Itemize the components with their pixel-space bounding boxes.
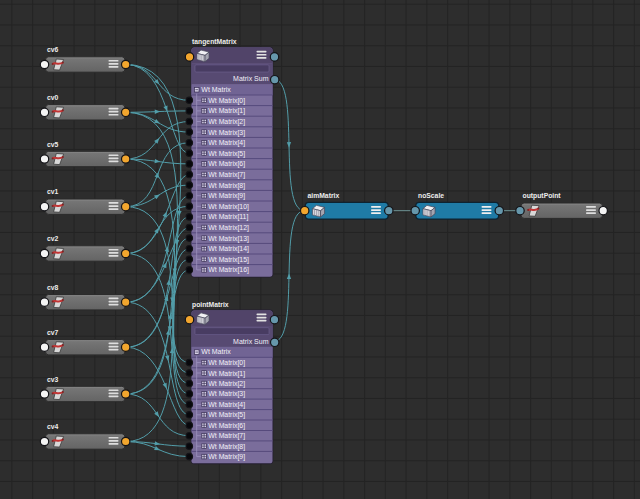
- svg-text:Wt Matrix[11]: Wt Matrix[11]: [208, 213, 248, 221]
- svg-text:Wt Matrix[1]: Wt Matrix[1]: [208, 370, 245, 378]
- svg-text:Wt Matrix[0]: Wt Matrix[0]: [208, 97, 245, 105]
- svg-text:Wt Matrix[2]: Wt Matrix[2]: [208, 118, 245, 126]
- svg-text:Matrix Sum: Matrix Sum: [233, 75, 269, 82]
- svg-text:aimMatrix: aimMatrix: [308, 192, 340, 199]
- svg-text:cv8: cv8: [47, 284, 59, 291]
- svg-text:Wt Matrix[5]: Wt Matrix[5]: [208, 411, 245, 419]
- svg-text:cv1: cv1: [47, 188, 59, 195]
- svg-text:cv0: cv0: [47, 94, 59, 101]
- svg-text:outputPoint: outputPoint: [523, 192, 562, 200]
- svg-text:Wt Matrix[8]: Wt Matrix[8]: [208, 182, 245, 190]
- svg-text:Wt Matrix: Wt Matrix: [201, 86, 231, 93]
- svg-text:Wt Matrix[8]: Wt Matrix[8]: [208, 443, 245, 451]
- svg-text:tangentMatrix: tangentMatrix: [192, 38, 237, 46]
- svg-text:Wt Matrix[4]: Wt Matrix[4]: [208, 401, 245, 409]
- svg-text:Wt Matrix[13]: Wt Matrix[13]: [208, 235, 249, 243]
- svg-text:noScale: noScale: [418, 192, 444, 199]
- svg-text:Wt Matrix[5]: Wt Matrix[5]: [208, 150, 245, 158]
- svg-text:Wt Matrix[2]: Wt Matrix[2]: [208, 380, 245, 388]
- svg-text:Wt Matrix[6]: Wt Matrix[6]: [208, 160, 245, 168]
- svg-text:cv2: cv2: [47, 235, 59, 242]
- svg-text:Wt Matrix[3]: Wt Matrix[3]: [208, 390, 245, 398]
- svg-text:Wt Matrix[12]: Wt Matrix[12]: [208, 224, 249, 232]
- svg-text:pointMatrix: pointMatrix: [192, 301, 229, 309]
- svg-text:Wt Matrix[15]: Wt Matrix[15]: [208, 256, 249, 264]
- svg-text:Wt Matrix[1]: Wt Matrix[1]: [208, 107, 245, 115]
- svg-text:Wt Matrix[3]: Wt Matrix[3]: [208, 129, 245, 137]
- svg-text:Wt Matrix[16]: Wt Matrix[16]: [208, 266, 249, 274]
- svg-text:cv4: cv4: [47, 423, 59, 430]
- svg-text:Wt Matrix[4]: Wt Matrix[4]: [208, 139, 245, 147]
- svg-text:cv7: cv7: [47, 329, 59, 336]
- svg-text:Wt Matrix[7]: Wt Matrix[7]: [208, 171, 245, 179]
- svg-text:Wt Matrix[9]: Wt Matrix[9]: [208, 453, 245, 461]
- svg-text:Wt Matrix[0]: Wt Matrix[0]: [208, 359, 245, 367]
- svg-text:cv3: cv3: [47, 376, 59, 383]
- svg-text:Matrix Sum: Matrix Sum: [233, 338, 269, 345]
- svg-text:Wt Matrix[14]: Wt Matrix[14]: [208, 245, 249, 253]
- svg-text:Wt Matrix[7]: Wt Matrix[7]: [208, 432, 245, 440]
- svg-text:Wt Matrix[6]: Wt Matrix[6]: [208, 422, 245, 430]
- svg-text:Wt Matrix[9]: Wt Matrix[9]: [208, 192, 245, 200]
- svg-text:cv5: cv5: [47, 141, 59, 148]
- svg-text:Wt Matrix[10]: Wt Matrix[10]: [208, 203, 249, 211]
- svg-text:cv6: cv6: [47, 46, 59, 53]
- svg-text:Wt Matrix: Wt Matrix: [201, 348, 231, 355]
